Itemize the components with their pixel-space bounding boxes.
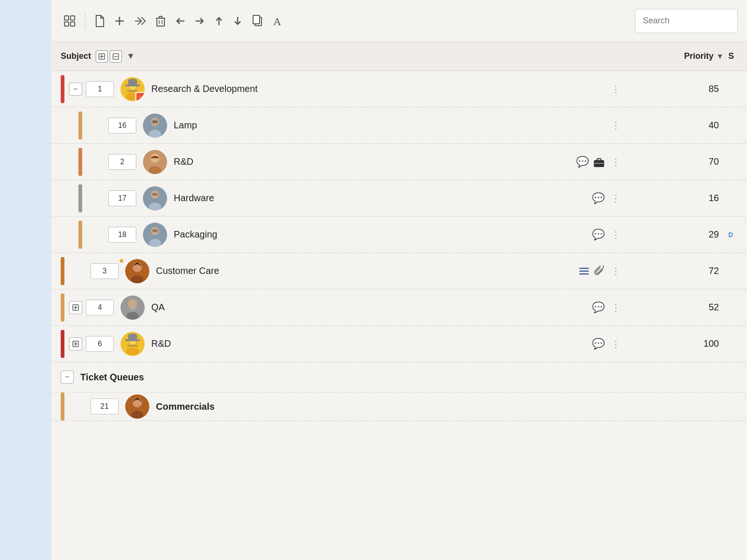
forward-icon[interactable] (131, 14, 149, 28)
toolbar: A (51, 0, 747, 42)
trash-icon[interactable] (153, 12, 169, 30)
row-avatar (120, 332, 145, 356)
row-title: QA (151, 302, 592, 313)
col-priority-header: Priority ▼ (630, 51, 728, 61)
subject-label: Subject (61, 51, 91, 61)
svg-rect-29 (127, 90, 138, 92)
row-avatar (125, 394, 149, 419)
row-icons: 💬 (592, 338, 605, 350)
svg-text:A: A (273, 15, 282, 27)
row-avatar (120, 295, 145, 320)
file-icon[interactable] (92, 12, 108, 30)
row-priority: 52 (630, 302, 728, 313)
table-row: 6 R&D 💬 ⋮ 100 (51, 326, 747, 362)
svg-rect-1 (70, 16, 75, 20)
copy-icon[interactable] (249, 12, 266, 30)
row-title: Commercials (156, 401, 747, 412)
priority-filter-icon[interactable]: ▼ (716, 52, 724, 61)
svg-rect-69 (127, 345, 138, 347)
row-avatar (143, 223, 167, 247)
table-header: Subject ▼ (51, 42, 747, 71)
add-column-btn[interactable] (96, 50, 108, 63)
row-expand-btn[interactable]: − (69, 83, 82, 96)
svg-rect-2 (64, 22, 69, 26)
row-more-btn[interactable]: ⋮ (611, 266, 621, 277)
svg-rect-32 (128, 79, 137, 85)
arrow-left-icon[interactable] (172, 14, 188, 28)
table-row: 3 ★ Customer Care (51, 253, 747, 289)
row-number: 16 (108, 118, 136, 133)
row-icons (578, 266, 605, 277)
priority-label: Priority (684, 51, 713, 61)
font-icon[interactable]: A (269, 12, 286, 30)
row-more-btn[interactable]: ⋮ (611, 84, 621, 95)
grid-icon[interactable] (61, 12, 78, 30)
svg-rect-72 (128, 334, 137, 340)
row-number: 3 ★ (91, 263, 119, 279)
row-priority: 40 (630, 120, 728, 131)
table-row: 4 QA 💬 ⋮ 52 (51, 289, 747, 326)
row-number: 2 (108, 154, 136, 170)
row-avatar (143, 186, 167, 210)
row-icons: 💬 (592, 301, 605, 314)
table-row: 18 Packaging 💬 ⋮ 29 D (51, 217, 747, 253)
row-expand-btn[interactable] (69, 337, 82, 350)
svg-rect-7 (157, 18, 164, 26)
remove-column-btn[interactable] (110, 50, 122, 63)
row-icons: 💬 (592, 229, 605, 241)
row-color-bar (78, 221, 82, 249)
row-more-btn[interactable]: ⋮ (611, 229, 621, 240)
row-icons: 💬 (576, 156, 605, 168)
star-badge: ★ (118, 256, 125, 265)
svg-rect-0 (64, 16, 69, 20)
row-more-btn[interactable]: ⋮ (611, 193, 621, 204)
svg-rect-50 (152, 230, 158, 232)
row-number: 18 (108, 227, 136, 243)
row-more-btn[interactable]: ⋮ (611, 302, 621, 313)
row-priority: 85 (630, 84, 728, 94)
row-color-bar (78, 184, 82, 212)
row-number: 6 (86, 336, 114, 352)
arrow-right-icon[interactable] (192, 14, 208, 28)
row-color-bar (61, 330, 64, 358)
arrow-down-icon[interactable] (230, 13, 245, 29)
table-row: 21 Commercials (51, 392, 747, 421)
row-color-bar (61, 75, 64, 103)
row-avatar (143, 150, 167, 174)
row-title: R&D (174, 156, 576, 167)
row-expand-btn[interactable] (69, 301, 82, 314)
section-collapse-btn[interactable]: − (61, 371, 74, 384)
svg-rect-19 (253, 15, 260, 24)
col-subject-header: Subject ▼ (61, 50, 630, 63)
chat-icon: 💬 (592, 338, 605, 350)
svg-rect-46 (152, 193, 158, 196)
row-priority: 70 (630, 156, 728, 167)
svg-rect-36 (152, 120, 158, 123)
row-more-btn[interactable]: ⋮ (611, 156, 621, 168)
arrow-up-icon[interactable] (211, 13, 226, 29)
avatar-arrow-overlay: → (135, 92, 145, 101)
row-number: 1 (86, 81, 114, 97)
row-more-btn[interactable]: ⋮ (611, 338, 621, 350)
row-more-btn[interactable]: ⋮ (611, 120, 621, 131)
row-color-bar (61, 257, 64, 285)
subject-controls: ▼ (96, 50, 135, 63)
row-color-bar (61, 294, 64, 322)
col-s-header: S (728, 51, 747, 61)
table-body: − 1 → Research & De (51, 71, 747, 560)
row-title: R&D (151, 338, 592, 349)
row-number: 17 (108, 190, 136, 206)
row-title: Hardware (174, 193, 592, 203)
search-input[interactable] (635, 9, 738, 33)
paperclip-icon (594, 266, 605, 277)
row-number: 21 (91, 399, 119, 414)
svg-point-70 (126, 348, 139, 355)
chat-icon: 💬 (592, 301, 605, 314)
row-color-bar (78, 148, 82, 176)
add-icon[interactable] (112, 13, 127, 29)
row-avatar (143, 113, 167, 138)
section-header: − Ticket Queues (51, 362, 747, 392)
main-container: A Subject (0, 0, 747, 560)
content-area: A Subject (51, 0, 747, 560)
filter-icon[interactable]: ▼ (127, 51, 135, 61)
